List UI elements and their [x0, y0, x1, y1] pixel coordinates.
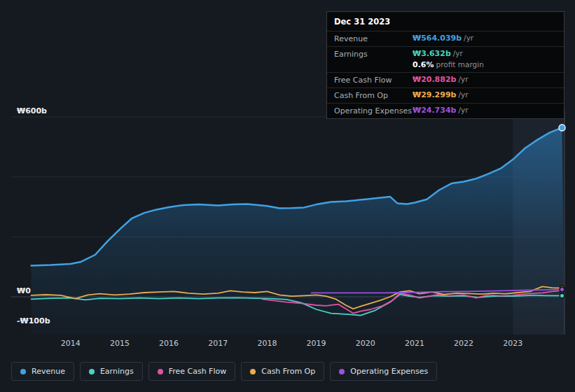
operating-expenses-endpoint	[560, 287, 564, 291]
free-cash-flow-dot-icon	[158, 369, 163, 374]
tooltip-label: Earnings	[334, 49, 413, 59]
x-tick-label: 2017	[202, 339, 233, 348]
free-cash-flow-value: ₩20.882b	[413, 75, 456, 84]
legend-label: Cash From Op	[261, 367, 315, 376]
profit-margin-value: 0.6%	[413, 60, 434, 69]
tooltip-row-revenue: Revenue ₩564.039b/yr	[327, 31, 564, 47]
legend-label: Operating Expenses	[350, 367, 428, 376]
y-axis-label: ₩600b	[17, 106, 47, 115]
legend-item-operating-expenses[interactable]: Operating Expenses	[330, 362, 437, 381]
tooltip-value: ₩20.882b/yr	[413, 75, 469, 84]
tooltip-row-cash-from-op: Cash From Op ₩29.299b/yr	[327, 88, 564, 104]
y-axis-label: -₩100b	[17, 316, 50, 326]
tooltip-row-free-cash-flow: Free Cash Flow ₩20.882b/yr	[327, 73, 564, 88]
revenue-dot-icon	[20, 369, 26, 374]
tooltip-row-operating-expenses: Operating Expenses ₩24.734b/yr	[327, 104, 564, 118]
value-suffix: /yr	[458, 106, 468, 114]
value-suffix: /yr	[458, 90, 468, 99]
value-suffix: /yr	[453, 49, 463, 57]
tooltip-value: ₩564.039b/yr	[413, 34, 473, 43]
profit-margin: 0.6%profit margin	[413, 60, 484, 69]
operating-expenses-value: ₩24.734b	[413, 106, 456, 115]
tooltip-value: ₩29.299b/yr	[413, 90, 469, 99]
legend-label: Revenue	[32, 367, 65, 376]
legend-item-free-cash-flow[interactable]: Free Cash Flow	[148, 362, 236, 381]
tooltip-row-earnings: Earnings ₩3.632b/yr 0.6%profit margin	[327, 47, 564, 73]
legend-item-earnings[interactable]: Earnings	[80, 362, 143, 381]
chart-page: ₩600b₩0-₩100b 20142015201620172018201920…	[0, 0, 575, 392]
y-axis-label: ₩0	[17, 286, 31, 295]
cash-from-op-dot-icon	[250, 369, 256, 374]
legend-label: Earnings	[100, 367, 134, 376]
x-tick-label: 2022	[448, 339, 479, 348]
tooltip-date: Dec 31 2023	[327, 12, 564, 31]
legend: Revenue Earnings Free Cash Flow Cash Fro…	[11, 362, 437, 381]
x-tick-label: 2020	[350, 339, 381, 348]
legend-item-revenue[interactable]: Revenue	[11, 362, 74, 381]
x-tick-label: 2018	[251, 339, 282, 348]
tooltip-card: Dec 31 2023 Revenue ₩564.039b/yr Earning…	[326, 11, 564, 119]
tooltip-label: Free Cash Flow	[334, 75, 413, 85]
earnings-endpoint	[560, 293, 564, 298]
tooltip-label: Operating Expenses	[334, 106, 413, 115]
value-suffix: /yr	[464, 34, 473, 42]
tooltip-value: ₩3.632b/yr 0.6%profit margin	[413, 49, 484, 69]
tooltip-value: ₩24.734b/yr	[413, 106, 469, 115]
profit-margin-label: profit margin	[436, 60, 484, 69]
earnings-dot-icon	[89, 369, 95, 374]
legend-label: Free Cash Flow	[169, 367, 227, 376]
revenue-value: ₩564.039b	[413, 34, 462, 43]
x-tick-label: 2015	[104, 339, 135, 348]
legend-item-cash-from-op[interactable]: Cash From Op	[241, 362, 324, 381]
x-tick-label: 2023	[497, 339, 528, 348]
tooltip-label: Revenue	[334, 34, 413, 43]
tooltip-label: Cash From Op	[334, 90, 413, 100]
x-tick-label: 2019	[301, 339, 332, 348]
revenue-endpoint	[559, 125, 565, 131]
value-suffix: /yr	[458, 75, 468, 83]
cash-from-op-value: ₩29.299b	[413, 90, 456, 99]
x-tick-label: 2016	[153, 339, 184, 348]
x-tick-label: 2014	[55, 339, 86, 348]
operating-expenses-dot-icon	[339, 369, 345, 374]
earnings-value: ₩3.632b	[413, 49, 451, 58]
x-tick-label: 2021	[399, 339, 430, 348]
